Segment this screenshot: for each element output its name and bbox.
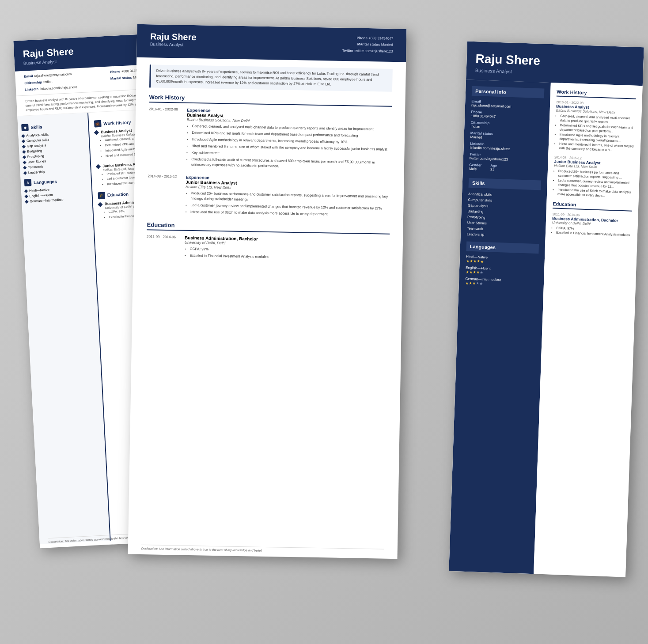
scene: Raju Shere Business Analyst Email raju.s… <box>0 0 648 644</box>
classic-langs-list: Hindi—NativeEnglish—FluentGerman—Interme… <box>25 186 89 204</box>
modern-edu-title: Education <box>553 201 632 211</box>
modern-citizenship: Citizenship Indian <box>470 121 543 131</box>
modern-job-item: 2014-08 - 2015-12 Junior Business Analys… <box>553 155 634 199</box>
middle-job-item: 2014-08 - 2015-12 Experience Junior Busi… <box>147 174 391 220</box>
langs-section-title: A Languages <box>24 176 88 186</box>
lang-diamond <box>24 194 28 198</box>
modern-skills-list: Analytical skillsComputer skillsGap anal… <box>467 191 541 239</box>
skill-diamond <box>23 161 26 164</box>
modern-main-content: Work History 2016-01 - 2022-08 Business … <box>534 83 643 577</box>
modern-work-title: Work History <box>557 89 636 99</box>
marital-label: Marital status <box>110 76 132 81</box>
citizenship-value: Indian <box>43 80 53 84</box>
middle-declaration: Declaration: The information stated abov… <box>141 545 384 554</box>
modern-lang-item: English—Fluent ★★★★★ <box>466 265 538 277</box>
skill-diamond <box>23 155 26 159</box>
middle-edu: 2011-09 - 2014-06 Business Administratio… <box>146 235 390 263</box>
resume-modern: Raju Shere Business Analyst Personal Inf… <box>449 41 644 577</box>
phone-label: Phone <box>110 69 120 74</box>
middle-edu-title: Education <box>147 221 390 235</box>
modern-lang-item: German—Intermediate ★★★★★ <box>465 277 538 288</box>
middle-jobs: 2016-01 - 2022-08 Experience Business An… <box>147 107 392 220</box>
middle-body: Driven business analyst with 8+ years of… <box>133 57 406 277</box>
modern-job-item: 2016-01 - 2022-08 Business Analyst Babhu… <box>555 100 636 153</box>
timeline-dot <box>94 130 99 135</box>
middle-twitter: Twitter twitter.com/rajushere123 <box>342 48 393 55</box>
resume-middle: Raju Shere Business Analyst Phone +088 3… <box>128 24 407 559</box>
timeline-dot <box>98 202 102 207</box>
classic-linkedin-item: LinkedIn linkedin.com/in/raju.shere <box>25 83 108 92</box>
modern-jobs: 2016-01 - 2022-08 Business Analyst Babhu… <box>553 100 636 199</box>
middle-name: Raju Shere <box>150 31 197 42</box>
modern-twitter: Twitter twitter.com/rajushere123 <box>470 152 542 163</box>
modern-body: Personal Info Email raju.shere@zetymail.… <box>449 80 643 577</box>
modern-edu-item: 2011-09 - 2014-06 Business Administratio… <box>552 212 632 238</box>
citizenship-label: Citizenship <box>24 80 42 85</box>
middle-edu-item: 2011-09 - 2014-06 Business Administratio… <box>146 235 390 263</box>
linkedin-label: LinkedIn <box>25 87 38 92</box>
timeline-dot <box>96 164 101 169</box>
skills-section-title: ◆ Skills <box>21 121 85 131</box>
skill-diamond <box>23 171 27 174</box>
middle-summary: Driven business analyst with 8+ years of… <box>149 64 393 92</box>
skill-diamond <box>22 150 26 154</box>
edu-icon: 🎓 <box>98 192 105 199</box>
modern-gender-age: Gender Male Age 31 <box>469 163 542 176</box>
middle-header-left: Raju Shere Business Analyst <box>150 31 197 47</box>
skill-diamond <box>21 134 25 138</box>
skills-icon: ◆ <box>21 124 29 132</box>
linkedin-value: linkedin.com/in/raju.shere <box>40 85 77 91</box>
middle-header: Raju Shere Business Analyst Phone +088 3… <box>136 24 406 62</box>
modern-langs-title: Languages <box>466 241 539 254</box>
email-value: raju.shere@zetymail.com <box>34 72 72 78</box>
work-icon: 💼 <box>94 120 102 128</box>
email-label: Email <box>24 74 33 79</box>
modern-skills-title: Skills <box>469 178 542 190</box>
modern-age: Age 31 <box>490 163 497 172</box>
middle-job-item: 2016-01 - 2022-08 Experience Business An… <box>148 107 392 172</box>
modern-header: Raju Shere Business Analyst <box>466 41 644 86</box>
middle-title: Business Analyst <box>150 42 197 47</box>
modern-personal-title: Personal Info <box>472 86 545 98</box>
modern-phone: Phone +088 31454047 <box>471 110 544 121</box>
skill-diamond <box>23 166 27 170</box>
skill-diamond <box>22 140 25 143</box>
lang-diamond <box>24 189 28 193</box>
modern-email: Email raju.shere@zetymail.com <box>471 99 544 110</box>
middle-header-right: Phone +088 31454047 Marital status Marri… <box>342 35 393 55</box>
modern-edu: 2011-09 - 2014-06 Business Administratio… <box>552 212 632 238</box>
modern-linkedin: LinkedIn linkedin.com/in/raju.shere <box>470 142 543 152</box>
lang-diamond <box>25 200 28 203</box>
modern-lang-item: Hindi—Native ★★★★★ <box>466 254 539 265</box>
modern-gender: Gender Male <box>469 163 482 171</box>
modern-marital: Marital status Married <box>470 131 543 142</box>
modern-langs-list: Hindi—Native ★★★★★ English—Fluent ★★★★★ … <box>465 254 538 288</box>
skill-diamond <box>22 145 26 148</box>
langs-icon: A <box>24 179 32 187</box>
middle-work-title: Work History <box>149 94 392 107</box>
modern-sidebar: Personal Info Email raju.shere@zetymail.… <box>449 80 551 574</box>
classic-skills-list: Analytical skillsComputer skillsGap anal… <box>22 131 87 175</box>
